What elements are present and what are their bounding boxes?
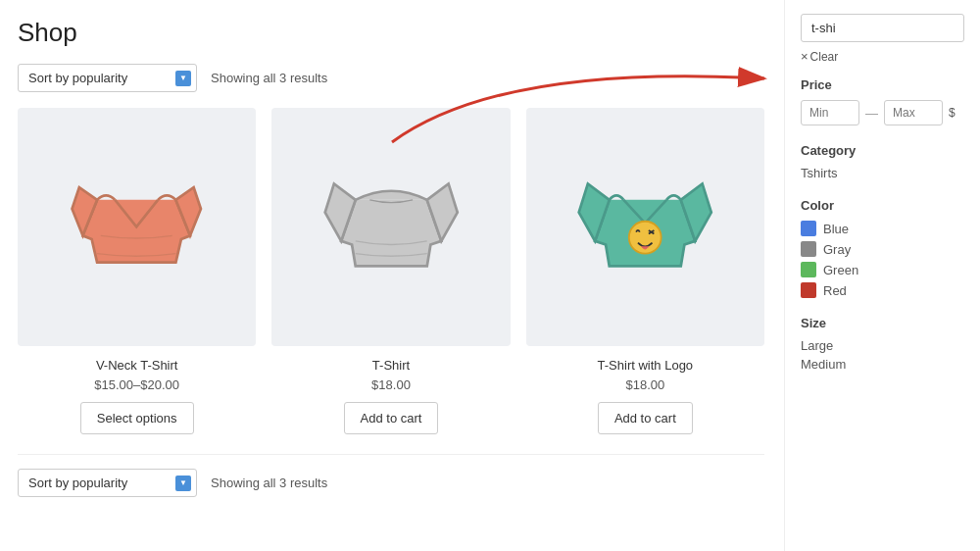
- bottom-toolbar: Sort by popularitySort by average rating…: [18, 454, 764, 497]
- color-row-blue[interactable]: Blue: [801, 221, 964, 236]
- product-name: T-Shirt: [372, 358, 410, 373]
- bottom-sort-select[interactable]: Sort by popularitySort by average rating…: [18, 469, 197, 497]
- product-name: V-Neck T-Shirt: [96, 358, 178, 373]
- price-min-input[interactable]: [801, 100, 859, 125]
- category-section: Category Tshirts: [801, 143, 964, 180]
- color-row-green[interactable]: Green: [801, 262, 964, 277]
- sort-select[interactable]: Sort by popularitySort by average rating…: [18, 64, 197, 92]
- results-text: Showing all 3 results: [211, 71, 327, 85]
- product-image-1: [18, 108, 256, 346]
- blue-swatch: [801, 221, 816, 236]
- product-image-2: [271, 108, 510, 346]
- product-card: T-Shirt $18.00 Add to cart: [271, 108, 510, 434]
- size-section: Size Large Medium: [801, 316, 964, 372]
- product-card: V-Neck T-Shirt $15.00–$20.00 Select opti…: [18, 108, 256, 434]
- gray-label: Gray: [823, 242, 851, 257]
- product-image-3: [526, 108, 764, 346]
- add-to-cart-button[interactable]: Add to cart: [598, 402, 693, 434]
- clear-label: Clear: [810, 50, 839, 64]
- green-swatch: [801, 262, 816, 277]
- sort-select-wrapper: Sort by popularitySort by average rating…: [18, 64, 197, 92]
- product-price: $18.00: [371, 377, 411, 392]
- red-swatch: [801, 282, 816, 298]
- toolbar: Sort by popularitySort by average rating…: [18, 64, 764, 92]
- color-row-red[interactable]: Red: [801, 282, 964, 298]
- price-section: Price — $: [801, 77, 964, 125]
- size-large[interactable]: Large: [801, 338, 964, 353]
- bottom-sort-select-wrapper: Sort by popularitySort by average rating…: [18, 469, 197, 497]
- color-label: Color: [801, 198, 964, 213]
- price-max-input[interactable]: [884, 100, 943, 125]
- price-unit: $: [949, 106, 956, 120]
- product-name: T-Shirt with Logo: [598, 358, 694, 373]
- page-title: Shop: [18, 18, 764, 48]
- price-dash: —: [865, 106, 878, 121]
- gray-swatch: [801, 241, 816, 257]
- search-input[interactable]: [801, 14, 964, 42]
- blue-label: Blue: [823, 222, 849, 236]
- size-label: Size: [801, 316, 964, 330]
- clear-button[interactable]: × Clear: [801, 49, 838, 64]
- price-label: Price: [801, 77, 964, 92]
- add-to-cart-button[interactable]: Add to cart: [344, 402, 439, 434]
- select-options-button[interactable]: Select options: [80, 402, 194, 434]
- category-label: Category: [801, 143, 964, 158]
- bottom-results-text: Showing all 3 results: [211, 476, 327, 490]
- clear-x-icon: ×: [801, 49, 808, 64]
- product-card: T-Shirt with Logo $18.00 Add to cart: [526, 108, 764, 434]
- color-row-gray[interactable]: Gray: [801, 241, 964, 257]
- category-item[interactable]: Tshirts: [801, 166, 964, 180]
- sidebar: × Clear Price — $ Category Tshirts Color…: [784, 0, 980, 551]
- product-price: $18.00: [625, 377, 664, 392]
- size-medium[interactable]: Medium: [801, 357, 964, 372]
- product-price: $15.00–$20.00: [94, 377, 179, 392]
- search-wrapper: [801, 14, 964, 42]
- green-label: Green: [823, 263, 858, 277]
- price-row: — $: [801, 100, 964, 125]
- color-section: Color Blue Gray Green Red: [801, 198, 964, 298]
- products-grid: V-Neck T-Shirt $15.00–$20.00 Select opti…: [18, 108, 764, 434]
- red-label: Red: [823, 283, 847, 298]
